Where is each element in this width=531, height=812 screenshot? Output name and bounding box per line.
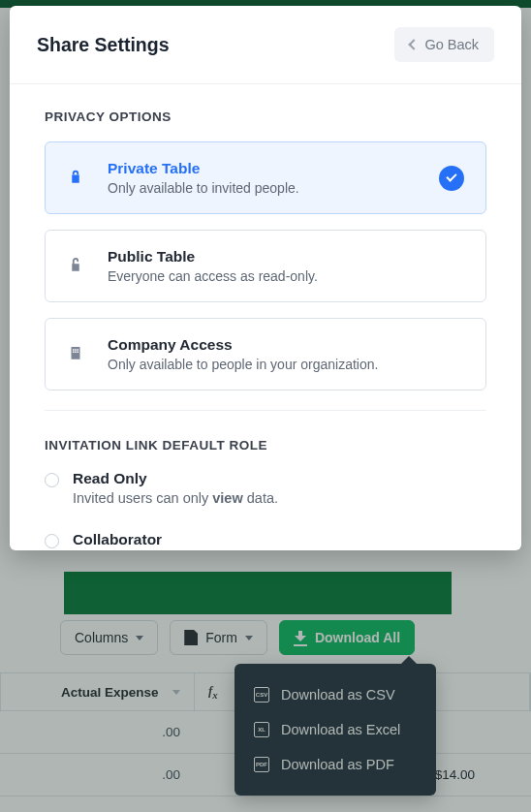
download-icon — [294, 631, 307, 644]
privacy-options-heading: PRIVACY OPTIONS — [45, 109, 486, 124]
role-title: Collaborator — [73, 531, 378, 548]
option-desc: Only available to invited people. — [108, 180, 418, 196]
divider — [45, 410, 486, 411]
share-settings-modal: Share Settings Go Back PRIVACY OPTIONS P… — [10, 6, 521, 550]
chevron-down-icon — [245, 636, 253, 640]
download-all-button[interactable]: Download All — [279, 620, 415, 655]
building-icon — [67, 344, 86, 365]
modal-title: Share Settings — [37, 34, 170, 56]
table-row[interactable]: 99 $0.00 -$9.99 — [0, 796, 531, 812]
option-desc: Only available to people in your organiz… — [108, 357, 464, 372]
role-heading: INVITATION LINK DEFAULT ROLE — [45, 438, 486, 453]
download-excel-item[interactable]: XL Download as Excel — [234, 712, 436, 747]
option-title: Private Table — [108, 160, 418, 177]
option-title: Company Access — [108, 336, 464, 354]
selected-check-icon — [439, 166, 464, 191]
go-back-button[interactable]: Go Back — [394, 27, 494, 62]
modal-body: PRIVACY OPTIONS Private Table Only avail… — [10, 83, 521, 550]
option-desc: Everyone can access as read-only. — [108, 268, 464, 284]
download-csv-item[interactable]: CSV Download as CSV — [234, 677, 436, 712]
table-green-header — [64, 572, 452, 614]
radio-icon — [45, 473, 59, 487]
svg-rect-4 — [73, 351, 75, 353]
svg-rect-6 — [78, 351, 79, 353]
privacy-option-company[interactable]: Company Access Only available to people … — [45, 318, 486, 390]
excel-icon: XL — [254, 722, 269, 737]
svg-rect-1 — [73, 349, 75, 351]
toolbar: Columns Form Download All — [60, 620, 415, 655]
option-title: Public Table — [108, 248, 464, 265]
chevron-down-icon — [136, 636, 143, 640]
svg-rect-3 — [78, 349, 79, 351]
role-title: Read Only — [73, 470, 278, 487]
privacy-option-private[interactable]: Private Table Only available to invited … — [45, 141, 486, 214]
form-label: Form — [205, 630, 237, 645]
download-menu: CSV Download as CSV XL Download as Excel… — [234, 664, 436, 796]
privacy-option-public[interactable]: Public Table Everyone can access as read… — [45, 230, 486, 302]
column-header-actual-expense[interactable]: Actual Expense — [1, 673, 195, 710]
download-pdf-item[interactable]: PDF Download as PDF — [234, 747, 436, 782]
role-collaborator[interactable]: Collaborator Invited users can view & ed… — [45, 531, 486, 550]
role-readonly[interactable]: Read Only Invited users can only view da… — [45, 470, 486, 506]
file-icon — [184, 630, 198, 645]
svg-rect-0 — [72, 347, 80, 359]
chevron-left-icon — [409, 39, 420, 49]
role-desc: Invited users can only view data. — [73, 490, 278, 506]
svg-rect-5 — [75, 351, 77, 353]
csv-icon: CSV — [254, 687, 269, 703]
columns-button[interactable]: Columns — [60, 620, 158, 655]
form-button[interactable]: Form — [170, 620, 267, 655]
lock-icon — [67, 168, 86, 189]
download-all-label: Download All — [315, 630, 400, 645]
unlock-icon — [67, 256, 86, 277]
columns-label: Columns — [75, 630, 128, 645]
fx-icon: fx — [208, 683, 218, 701]
svg-rect-2 — [75, 349, 77, 351]
pdf-icon: PDF — [254, 757, 269, 772]
radio-icon — [45, 534, 59, 548]
sort-icon — [172, 690, 180, 695]
